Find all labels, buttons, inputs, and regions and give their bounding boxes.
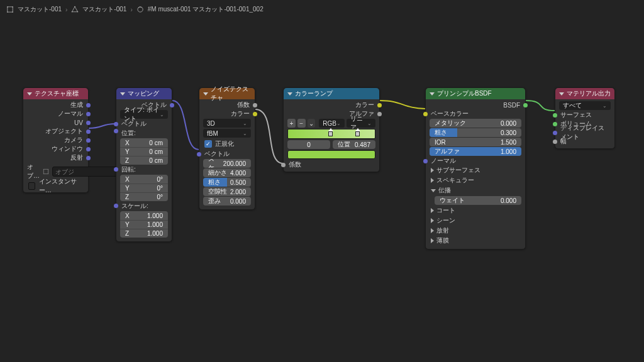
panel-specular[interactable]: スペキュラー — [426, 175, 525, 185]
socket-out[interactable] — [253, 112, 257, 116]
socket-in[interactable] — [423, 159, 428, 163]
socket-out[interactable] — [377, 112, 382, 116]
scale-x[interactable]: X1.000 — [120, 211, 168, 220]
socket-out[interactable] — [86, 112, 91, 116]
socket-out[interactable] — [86, 103, 91, 107]
svg-point-8 — [72, 11, 73, 13]
output-socket-label: 生成 — [28, 101, 83, 109]
node-mapping[interactable]: マッピング ベクトル タイプ: ポイント ⌄ ベクトル 位置: X0 cm Y0… — [116, 87, 172, 242]
stop-index[interactable]: 0 — [287, 140, 330, 149]
location-x[interactable]: X0 cm — [120, 138, 168, 147]
detail-slider[interactable]: 細かさ4.000 — [203, 168, 251, 177]
socket-in[interactable] — [553, 122, 557, 126]
instancer-checkbox[interactable] — [28, 182, 35, 190]
collapse-icon[interactable] — [203, 92, 208, 96]
node-texture-coordinate[interactable]: テクスチャ座標 生成 ノーマル UV オブジェクト カメラ ウィンドウ 反射 オ… — [23, 87, 89, 193]
node-noise-texture[interactable]: ノイズテクスチャ 係数 カラー 3D⌄ fBM⌄ ✓ 正規化 ベクトル スケ…2… — [199, 87, 255, 210]
chevron-down-icon — [431, 189, 436, 192]
socket-in[interactable] — [114, 167, 118, 172]
socket-in[interactable] — [553, 140, 557, 144]
chevron-down-icon: ⌄ — [309, 120, 314, 127]
collapse-icon[interactable] — [120, 92, 125, 96]
color-mode-dropdown[interactable]: RGB⌄ — [319, 119, 345, 128]
roughness-slider[interactable]: 粗さ0.500 — [203, 178, 251, 187]
roughness-slider[interactable]: 粗さ0.300 — [430, 128, 521, 137]
node-title: マテリアル出力 — [567, 89, 611, 98]
collapse-icon[interactable] — [559, 92, 564, 96]
socket-out[interactable] — [86, 121, 91, 125]
color-ramp-gradient[interactable] — [287, 129, 375, 139]
socket-out[interactable] — [86, 147, 91, 151]
location-z[interactable]: Z0 cm — [120, 156, 168, 165]
breadcrumb-item[interactable]: #M muscat-001 マスカット-001-001_002 — [148, 5, 264, 14]
socket-in[interactable] — [281, 163, 286, 167]
node-color-ramp[interactable]: カラーランプ カラー アルファ + − ⌄ RGB⌄ リニア⌄ 0 位置0.48… — [283, 87, 380, 172]
socket-out[interactable] — [86, 156, 91, 160]
svg-point-6 — [75, 6, 76, 8]
rotation-z[interactable]: Z0° — [120, 192, 168, 201]
ramp-stop[interactable] — [328, 128, 333, 140]
stop-color-swatch[interactable] — [287, 150, 375, 159]
svg-point-4 — [12, 11, 13, 13]
collapse-icon[interactable] — [287, 92, 292, 96]
breadcrumb-item[interactable]: マスカット-001 — [18, 5, 62, 14]
rotation-x[interactable]: X0° — [120, 175, 168, 184]
breadcrumb[interactable]: マスカット-001 › マスカット-001 › #M muscat-001 マス… — [6, 5, 264, 14]
socket-in[interactable] — [423, 112, 428, 116]
mapping-type-dropdown[interactable]: タイプ: ポイント ⌄ — [120, 110, 168, 119]
target-dropdown[interactable]: すべて⌄ — [559, 101, 611, 110]
socket-out[interactable] — [86, 138, 91, 143]
node-title: カラーランプ — [295, 89, 333, 98]
node-title: ノイズテクスチャ — [211, 85, 251, 102]
ramp-menu-button[interactable]: ⌄ — [308, 119, 316, 128]
breadcrumb-item[interactable]: マスカット-001 — [82, 5, 126, 14]
base-color-label: ベースカラー — [431, 109, 520, 118]
panel-coat[interactable]: コート — [426, 206, 525, 216]
socket-out[interactable] — [86, 129, 91, 134]
socket-in[interactable] — [197, 152, 201, 156]
ior-slider[interactable]: IOR1.500 — [430, 138, 521, 146]
transmission-weight-slider[interactable]: ウェイト0.000 — [435, 196, 521, 205]
ramp-stop[interactable] — [355, 128, 360, 140]
collapse-icon[interactable] — [430, 92, 435, 96]
scale-z[interactable]: Z1.000 — [120, 229, 168, 238]
scale-slider[interactable]: スケ…200.000 — [203, 159, 251, 168]
node-principled-bsdf[interactable]: プリンシプルBSDF BSDF ベースカラー メタリック0.000 粗さ0.30… — [425, 87, 526, 250]
rotation-y[interactable]: Y0° — [120, 184, 168, 192]
location-y[interactable]: Y0 cm — [120, 147, 168, 156]
socket-in[interactable] — [114, 129, 118, 133]
normalize-checkbox[interactable]: ✓ — [204, 140, 212, 148]
distortion-slider[interactable]: 歪み0.000 — [203, 197, 251, 206]
chevron-right-icon — [431, 238, 434, 243]
socket-in[interactable] — [114, 204, 118, 208]
scale-y[interactable]: Y1.000 — [120, 220, 168, 229]
stop-position[interactable]: 位置0.487 — [333, 140, 375, 149]
socket-in[interactable] — [553, 113, 557, 118]
noise-type-dropdown[interactable]: fBM⌄ — [203, 129, 251, 138]
panel-sheen[interactable]: シーン — [426, 216, 525, 226]
lacunarity-slider[interactable]: 空隙性2.000 — [203, 187, 251, 196]
panel-emission[interactable]: 放射 — [426, 226, 525, 236]
dimensions-dropdown[interactable]: 3D⌄ — [203, 119, 251, 128]
mesh-icon — [42, 168, 50, 175]
alpha-slider[interactable]: アルファ1.000 — [430, 147, 521, 156]
output-socket-label: ノーマル — [28, 109, 83, 118]
normal-label: ノーマル — [431, 156, 520, 165]
socket-out[interactable] — [170, 103, 174, 107]
socket-out[interactable] — [523, 103, 528, 107]
metallic-slider[interactable]: メタリック0.000 — [430, 119, 521, 128]
socket-out[interactable] — [253, 103, 257, 107]
location-label: 位置: — [121, 129, 136, 136]
socket-out[interactable] — [377, 103, 382, 107]
interp-dropdown[interactable]: リニア⌄ — [347, 119, 375, 128]
node-material-output[interactable]: マテリアル出力 すべて⌄ サーフェス ボリューム ディスプレイスメント 幅 — [555, 87, 615, 149]
panel-subsurface[interactable]: サブサーフェス — [426, 165, 525, 175]
collapse-icon[interactable] — [27, 92, 32, 96]
remove-stop-button[interactable]: − — [297, 119, 306, 128]
socket-in[interactable] — [553, 131, 557, 135]
add-stop-button[interactable]: + — [287, 119, 296, 128]
panel-transmission[interactable]: 伝播 — [426, 185, 525, 195]
socket-in[interactable] — [114, 122, 118, 126]
panel-thinfilm[interactable]: 薄膜 — [426, 236, 525, 248]
instancer-label: インスタンサー… — [39, 177, 83, 195]
